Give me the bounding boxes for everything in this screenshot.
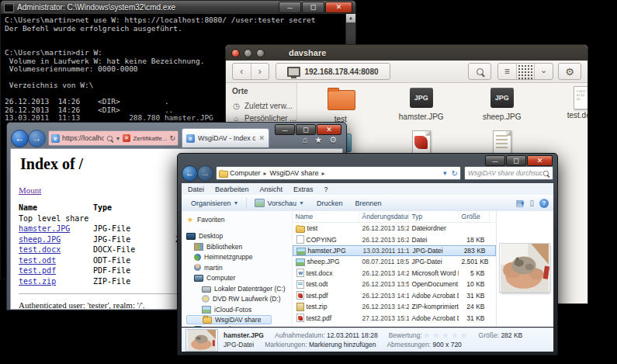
zip-icon xyxy=(493,130,511,154)
file-link[interactable]: test.zip xyxy=(19,277,56,286)
add-tag-action[interactable]: Markierung hinzufügen xyxy=(309,341,376,348)
list-view-button[interactable] xyxy=(498,64,516,79)
preview-pane-toggle[interactable] xyxy=(529,199,534,207)
minimize-icon[interactable] xyxy=(485,155,505,166)
jpg-icon xyxy=(410,88,433,108)
refresh-icon[interactable] xyxy=(169,134,175,142)
address-bar[interactable]: https://localhost:8080/ Zertifikatfe... xyxy=(48,130,179,146)
maximize-icon[interactable] xyxy=(256,49,265,57)
sidebar-item-martin[interactable]: martin xyxy=(186,262,292,273)
tools-gear-icon[interactable] xyxy=(329,135,337,145)
preview-button[interactable]: Vorschau xyxy=(250,196,308,210)
remote-share-icon xyxy=(287,67,300,77)
maximize-icon[interactable] xyxy=(302,2,324,13)
table-row-hamster-selected[interactable]: hamster.JPG 13.03.2011 11:13 JPG-Datei 2… xyxy=(293,245,496,256)
file-item-test-docx[interactable]: test.docx xyxy=(550,86,588,130)
address-dropdown-icon[interactable] xyxy=(443,169,447,177)
table-row-odt[interactable]: test.odt 26.12.2013 13:55 OpenDocument T… xyxy=(293,279,496,290)
column-type[interactable]: Typ xyxy=(409,211,459,222)
file-item-hamster-jpg[interactable]: hamster.JPG xyxy=(389,86,454,130)
search-button[interactable] xyxy=(468,63,491,80)
close-icon[interactable] xyxy=(231,49,240,57)
explorer-menu-bar: Datei Bearbeiten Ansicht Extras ? xyxy=(182,183,553,196)
table-row-test[interactable]: test 26.12.2013 15:21 Dateiordner xyxy=(293,223,496,234)
file-item-sheep-jpg[interactable]: sheep.JPG xyxy=(470,86,535,130)
sidebar-item-favoriten[interactable]: Favoriten xyxy=(186,214,292,225)
back-button[interactable] xyxy=(233,64,251,79)
minimize-icon[interactable] xyxy=(279,2,301,13)
breadcrumb-item-wsgidav-share[interactable]: WsgiDAV share xyxy=(270,169,327,177)
table-row-sheep[interactable]: sheep.JPG 08.07.2011 18:53 JPG-Datei 2.5… xyxy=(293,256,496,268)
explorer-address-row: Computer WsgiDAV share WsgiDAV share dur… xyxy=(182,165,553,181)
favorites-icon[interactable] xyxy=(314,135,322,145)
close-icon[interactable] xyxy=(325,2,352,13)
sidebar-item-netzwerk[interactable]: Netzwerk xyxy=(186,324,292,328)
menu-bearbeiten[interactable]: Bearbeiten xyxy=(215,185,249,193)
forward-button[interactable] xyxy=(28,130,46,147)
table-row-zip[interactable]: test.zip 26.12.2013 14:27 ZIP-komprimier… xyxy=(293,301,496,313)
back-button[interactable] xyxy=(11,130,29,147)
burn-button[interactable]: Brennen xyxy=(350,196,386,210)
maximize-icon[interactable] xyxy=(506,155,526,166)
explorer-search-input[interactable]: WsgiDAV share durchsuchen xyxy=(464,166,553,180)
refresh-icon[interactable] xyxy=(449,169,458,178)
menu-extras[interactable]: Extras xyxy=(293,185,314,193)
sidebar-item-heimnetzgruppe[interactable]: Heimnetzgruppe xyxy=(186,252,292,263)
breadcrumb-item-computer[interactable]: Computer xyxy=(230,169,269,177)
sidebar-item-bibliotheken[interactable]: Bibliotheken xyxy=(186,241,292,252)
print-button[interactable]: Drucken xyxy=(312,196,348,210)
browser-tab[interactable]: WsgiDAV - Index of / xyxy=(182,128,269,147)
certificate-error-icon[interactable] xyxy=(123,134,130,142)
sidebar-item-dvd-laufwerk[interactable]: DVD RW Laufwerk (D:) xyxy=(186,294,292,305)
minimize-icon[interactable] xyxy=(244,49,252,57)
address-dropdown-icon[interactable] xyxy=(116,136,121,141)
column-size[interactable]: Größe xyxy=(459,211,490,222)
rating-stars[interactable]: ☆ ☆ ☆ ☆ ☆ xyxy=(424,331,468,339)
view-options-button[interactable] xyxy=(534,64,553,79)
certificate-error-label[interactable]: Zertifikatfe... xyxy=(133,135,167,142)
table-row-copying[interactable]: COPYING 26.12.2013 16:23 Datei 18 KB xyxy=(293,234,496,246)
sidebar-item-computer[interactable]: Computer xyxy=(186,273,292,284)
sidebar-item-wsgidav-share[interactable]: WsgiDAV share xyxy=(186,315,272,324)
sidebar-item-recent[interactable]: Zuletzt verw... xyxy=(232,99,296,112)
menu-datei[interactable]: Datei xyxy=(188,185,204,193)
location-bar[interactable]: 192.168.178.44:8080 xyxy=(276,63,390,80)
sidebar-item-desktop[interactable]: Desktop xyxy=(186,231,292,242)
column-date[interactable]: Änderungsdatum xyxy=(359,211,409,222)
url-text: https://localhost:8080/ xyxy=(62,134,104,142)
file-link[interactable]: test.odt xyxy=(19,256,56,265)
back-button[interactable] xyxy=(182,165,198,182)
table-row-pdf[interactable]: test.pdf 26.12.2013 14:19 Adobe Acrobat … xyxy=(293,290,496,302)
tab-close-icon[interactable] xyxy=(258,134,265,142)
cmd-titlebar[interactable]: Administrator: C:\Windows\system32\cmd.e… xyxy=(1,1,355,14)
table-row-docx[interactable]: test.docx 26.12.2013 14:26 Microsoft Wor… xyxy=(293,268,496,279)
help-icon[interactable] xyxy=(539,199,549,208)
column-name[interactable]: Name xyxy=(293,211,359,222)
settings-button[interactable] xyxy=(558,63,581,80)
file-link[interactable]: test.pdf xyxy=(19,266,56,275)
breadcrumb[interactable]: Computer WsgiDAV share xyxy=(216,166,461,180)
network-icon xyxy=(194,326,202,327)
file-link[interactable]: hamster.JPG xyxy=(19,224,70,233)
file-link[interactable]: sheep.JPG xyxy=(19,235,61,244)
close-icon[interactable] xyxy=(527,155,553,166)
hamster-thumbnail xyxy=(186,330,217,351)
menu-hilfe[interactable]: ? xyxy=(324,185,328,193)
forward-button[interactable] xyxy=(197,165,213,182)
sidebar-item-icloud-fotos[interactable]: iCloud-Fotos xyxy=(186,304,292,315)
photos-icon xyxy=(202,306,211,314)
table-row-test2-pdf[interactable]: test2.pdf 27.12.2013 15:10 Adobe Acrobat… xyxy=(293,313,496,324)
home-icon[interactable] xyxy=(303,135,308,145)
scroll-up-icon[interactable] xyxy=(346,14,355,23)
grid-view-button[interactable] xyxy=(516,64,535,79)
change-view-button[interactable] xyxy=(516,198,525,208)
file-link[interactable]: test.docx xyxy=(19,245,61,254)
organize-button[interactable]: Organisieren xyxy=(186,196,243,210)
menu-ansicht[interactable]: Ansicht xyxy=(260,185,283,193)
search-icon[interactable] xyxy=(106,135,112,140)
pdf-icon xyxy=(296,291,304,300)
sidebar-item-lokaler-datentraeger[interactable]: Lokaler Datenträger (C:) xyxy=(186,283,292,294)
davshare-titlebar[interactable]: davshare xyxy=(226,45,588,61)
mount-link[interactable]: Mount xyxy=(19,185,41,195)
forward-button[interactable] xyxy=(251,64,269,79)
